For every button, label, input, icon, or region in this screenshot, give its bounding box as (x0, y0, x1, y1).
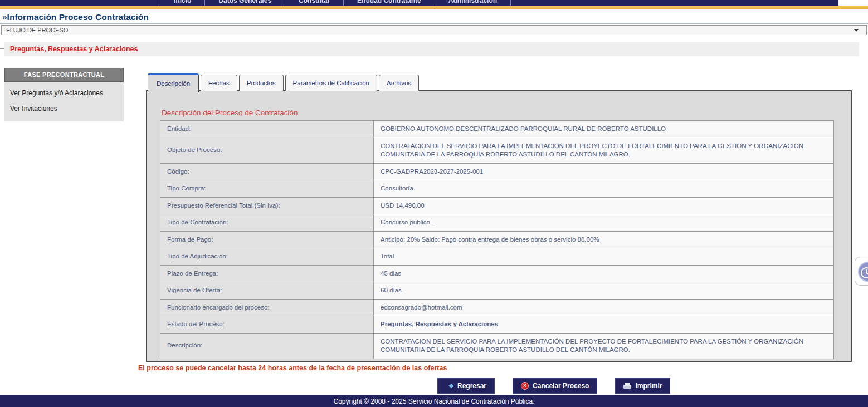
detail-label: Tipo Compra: (160, 180, 374, 198)
top-nav-items: InicioDatos GeneralesConsultarEntidad Co… (160, 0, 838, 6)
gold-divider-band (0, 6, 868, 9)
detail-label: Vigencia de Oferta: (160, 282, 374, 300)
process-detail-table: Entidad:GOBIERNO AUTONOMO DESCENTRALIZAD… (160, 120, 834, 359)
imprimir-button[interactable]: Imprimir (615, 378, 670, 394)
detail-value: Consultoría (374, 180, 834, 198)
sidebar-item-ver-preguntas-y-o-aclaraciones[interactable]: Ver Preguntas y/ó Aclaraciones (4, 85, 124, 100)
detail-value: Anticipo: 20% Saldo: Pago contra entrega… (374, 231, 834, 248)
regresar-button[interactable]: Regresar (437, 378, 495, 394)
cancelar-proceso-button[interactable]: ×Cancelar Proceso (513, 378, 597, 394)
detail-label: Tipo de Contratación: (160, 214, 374, 232)
action-button-row: Regresar×Cancelar ProcesoImprimir (437, 378, 670, 394)
detail-row-plazo-de-entrega: Plazo de Entrega:45 dias (160, 265, 834, 282)
detail-value: 60 días (374, 282, 834, 300)
detail-row-tipo-de-adjudicacion: Tipo de Adjudicación:Total (160, 248, 834, 266)
detail-value: GOBIERNO AUTONOMO DESCENTRALIZADO PARROQ… (374, 121, 834, 138)
detail-label: Plazo de Entrega: (160, 265, 374, 282)
button-label: Regresar (457, 382, 486, 390)
detail-row-codigo: Código:CPC-GADPRA2023-2027-2025-001 (160, 163, 834, 180)
detail-row-tipo-compra: Tipo Compra:Consultoría (160, 180, 834, 198)
detail-label: Entidad: (160, 121, 374, 138)
button-label: Imprimir (635, 382, 662, 390)
nav-item-entidad-contratante[interactable]: Entidad Contratante (343, 0, 435, 6)
detail-label: Descripción: (160, 333, 374, 359)
tab-strip: DescripciónFechasProductosParámetros de … (148, 71, 419, 91)
sidebar-item-ver-invitaciones[interactable]: Ver Invitaciones (4, 100, 124, 116)
detail-value: edconsagrado@hotmail.com (374, 299, 834, 316)
tab-productos[interactable]: Productos (239, 75, 284, 91)
description-panel: Descripción del Proceso de Contratación … (146, 90, 852, 362)
sidebar-links: Ver Preguntas y/ó AclaracionesVer Invita… (4, 82, 124, 121)
tab-archivos[interactable]: Archivos (379, 75, 419, 91)
nav-item-administracion[interactable]: Administración (435, 0, 511, 6)
flujo-de-proceso-select[interactable]: FLUJO DE PROCESO (1, 25, 867, 35)
flujo-de-proceso-value: FLUJO DE PROCESO (6, 27, 68, 33)
tab-parametros-de-calificacion[interactable]: Parámetros de Calificación (285, 75, 377, 91)
title-divider (0, 23, 868, 24)
nav-item-datos-generales[interactable]: Datos Generales (204, 0, 285, 6)
dropdown-arrow-icon (854, 29, 859, 32)
detail-value: Concurso publico - (374, 214, 834, 232)
detail-row-funcionario-encargado-del-proceso: Funcionario encargado del proceso:edcons… (160, 299, 834, 316)
detail-row-descripcion: Descripción:CONTRATACION DEL SERVICIO PA… (160, 333, 834, 359)
detail-row-vigencia-de-oferta: Vigencia de Oferta:60 días (160, 282, 834, 300)
page-title: »Información Proceso Contratación (0, 12, 868, 23)
detail-label: Funcionario encargado del proceso: (160, 299, 374, 316)
floating-process-widget[interactable] (855, 257, 868, 286)
detail-value: USD 14,490.00 (374, 197, 834, 214)
detail-label: Objeto de Proceso: (160, 138, 374, 163)
detail-label: Forma de Pago: (160, 231, 374, 248)
detail-value: CPC-GADPRA2023-2027-2025-001 (374, 163, 834, 180)
button-label: Cancelar Proceso (533, 382, 589, 390)
detail-row-entidad: Entidad:GOBIERNO AUTONOMO DESCENTRALIZAD… (160, 121, 834, 138)
clock-icon (857, 261, 868, 282)
tab-descripcion[interactable]: Descripción (148, 73, 199, 92)
printer-icon (623, 383, 631, 389)
cancel-icon: × (521, 382, 529, 390)
nav-item-consultar[interactable]: Consultar (285, 0, 343, 6)
detail-value: CONTRATACION DEL SERVICIO PARA LA IMPLEM… (374, 138, 834, 163)
sidebar: FASE PRECONTRACTUAL Ver Preguntas y/ó Ac… (4, 68, 124, 121)
section-heading: Descripción del Proceso de Contratación (162, 109, 298, 117)
detail-row-presupuesto-referencial-total-sin-iva: Presupuesto Referencial Total (Sin Iva):… (160, 197, 834, 214)
top-nav-bar: InicioDatos GeneralesConsultarEntidad Co… (0, 0, 838, 6)
detail-row-estado-del-proceso: Estado del Proceso:Preguntas, Respuestas… (160, 316, 834, 334)
tab-fechas[interactable]: Fechas (201, 75, 237, 91)
left-edge-tick (0, 48, 4, 49)
footer-divider (0, 395, 868, 396)
detail-label: Código: (160, 163, 374, 180)
detail-label: Estado del Proceso: (160, 316, 374, 334)
nav-item-inicio[interactable]: Inicio (160, 0, 204, 6)
detail-row-tipo-de-contratacion: Tipo de Contratación:Concurso publico - (160, 214, 834, 232)
back-arrow-icon (446, 383, 453, 389)
detail-label: Tipo de Adjudicación: (160, 248, 374, 266)
detail-row-forma-de-pago: Forma de Pago:Anticipo: 20% Saldo: Pago … (160, 231, 834, 248)
sidebar-header: FASE PRECONTRACTUAL (4, 68, 124, 82)
detail-value: Total (374, 248, 834, 266)
cancel-deadline-note: El proceso se puede cancelar hasta 24 ho… (138, 364, 447, 372)
detail-value: Preguntas, Respuestas y Aclaraciones (374, 316, 834, 334)
detail-value: CONTRATACION DEL SERVICIO PARA LA IMPLEM… (374, 333, 834, 359)
detail-value: 45 dias (374, 265, 834, 282)
process-status-banner: Preguntas, Respuestas y Aclaraciones (4, 42, 859, 56)
detail-row-objeto-de-proceso: Objeto de Proceso:CONTRATACION DEL SERVI… (160, 138, 834, 163)
detail-label: Presupuesto Referencial Total (Sin Iva): (160, 197, 374, 214)
footer-copyright: Copyright © 2008 - 2025 Servicio Naciona… (0, 396, 868, 407)
